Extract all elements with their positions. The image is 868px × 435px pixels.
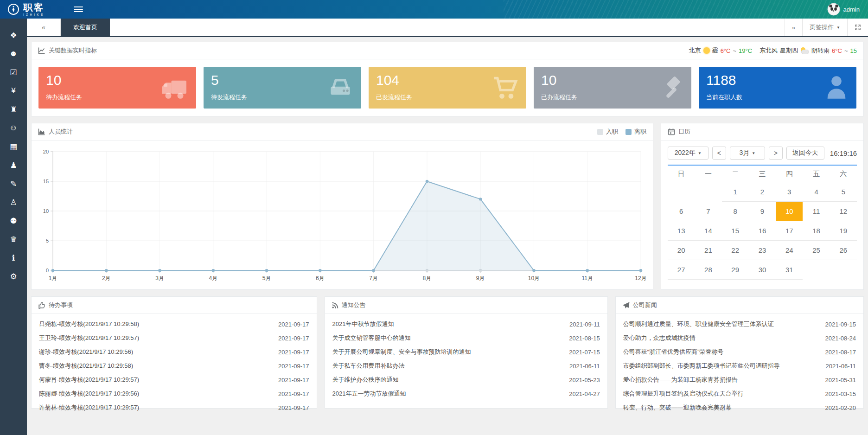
calendar-date[interactable]: 16 — [749, 221, 776, 241]
fullscreen-icon[interactable] — [847, 19, 868, 36]
kpi-card[interactable]: 10已办流程任务 — [534, 67, 691, 109]
month-select[interactable]: 3月▼ — [730, 147, 765, 160]
tabs-scroll-left-icon[interactable]: « — [27, 19, 61, 36]
info-icon[interactable]: ℹ — [0, 249, 27, 267]
calendar-date[interactable]: 13 — [668, 221, 695, 241]
kpi-card[interactable]: 104已发流程任务 — [369, 67, 526, 109]
todo-item[interactable]: 陈丽娜-绩效考核(2021/9/17 10:29:56)2021-09-17 — [39, 387, 309, 401]
calendar-date[interactable]: 29 — [722, 260, 749, 280]
calendar-date[interactable]: 12 — [830, 202, 857, 221]
approval-icon[interactable]: ☑ — [0, 63, 27, 82]
reward-icon[interactable]: ♛ — [0, 230, 27, 249]
calendar-date[interactable]: 17 — [776, 221, 803, 241]
news-item[interactable]: 转变、行动、突破——迎新晚会完美谢幕2021-02-20 — [623, 401, 856, 415]
training-icon[interactable]: ✎ — [0, 174, 27, 193]
salary-icon[interactable]: ¥ — [0, 82, 27, 100]
calendar-date[interactable]: 8 — [722, 202, 749, 221]
rss-icon — [332, 302, 338, 309]
news-list: 公司顺利通过质量、环境、职业健康安全管理三体系认证2021-09-15爱心助力，… — [616, 314, 863, 415]
area-chart-icon — [38, 128, 45, 135]
calendar-date[interactable]: 20 — [668, 241, 695, 260]
org-users-icon[interactable]: ☻ — [0, 45, 27, 63]
calendar-day-header: 三 — [749, 166, 776, 182]
notice-item[interactable]: 关于开展公司规章制度、安全与事故预防培训的通知2021-07-15 — [332, 345, 600, 359]
news-item[interactable]: 公司顺利通过质量、环境、职业健康安全管理三体系认证2021-09-15 — [623, 317, 856, 331]
kpi-card[interactable]: 1188当前在职人数 — [699, 67, 856, 109]
news-item-date: 2021-09-15 — [825, 321, 856, 328]
todo-item[interactable]: 许菊林-绩效考核(2021/9/17 10:29:57)2021-09-17 — [39, 401, 309, 415]
staff-chart: 051015201月2月3月4月5月6月7月8月9月10月11月12月 — [32, 141, 653, 286]
legend-item-left[interactable]: 离职 — [625, 128, 646, 136]
calendar-date[interactable]: 27 — [668, 260, 695, 280]
news-item[interactable]: 公司喜获“浙江省优秀供应商”荣誉称号2021-08-17 — [623, 345, 856, 359]
calendar-day-header: 五 — [803, 166, 830, 182]
notice-item[interactable]: 关于成立销管客服中心的通知2021-08-15 — [332, 331, 600, 345]
calendar-date[interactable]: 21 — [695, 241, 721, 260]
calendar-date[interactable]: 14 — [695, 221, 721, 241]
tab-home[interactable]: 欢迎首页 — [61, 19, 110, 36]
calendar-date[interactable]: 11 — [803, 202, 830, 221]
todo-item[interactable]: 曹冬-绩效考核(2021/9/17 10:29:58)2021-09-17 — [39, 359, 309, 373]
calendar-date[interactable]: 2 — [749, 182, 776, 202]
todo-item[interactable]: 王卫玲-绩效考核(2021/9/17 10:29:57)2021-09-17 — [39, 331, 309, 345]
todo-item-date: 2021-09-17 — [278, 335, 309, 342]
calendar-date[interactable]: 15 — [722, 221, 749, 241]
menu-toggle-icon[interactable] — [74, 5, 83, 13]
modules-icon[interactable]: ❖ — [0, 26, 27, 45]
kpi-card[interactable]: 5待发流程任务 — [204, 67, 361, 109]
notice-item-text: 关于开展公司规章制度、安全与事故预防培训的通知 — [332, 348, 471, 356]
calendar-date[interactable]: 25 — [803, 241, 830, 260]
legend-swatch-hired — [597, 129, 603, 135]
settings-icon[interactable]: ⚙ — [0, 267, 27, 286]
prev-month-button[interactable]: < — [712, 147, 726, 160]
calendar-grid: 日一二三四五六123456789101112131415161718192021… — [668, 165, 857, 280]
news-item[interactable]: 爱心助力，众志成城抗疫情2021-08-24 — [623, 331, 856, 345]
tab-operations-dropdown[interactable]: 页签操作▼ — [802, 19, 847, 36]
news-item[interactable]: 爱心捐款公告——为装卸工杨家青募捐报告2021-05-31 — [623, 373, 856, 387]
tabs-scroll-right-icon[interactable]: » — [785, 19, 802, 36]
legend-item-hired[interactable]: 入职 — [597, 128, 618, 136]
news-item[interactable]: 市委组织部副部长、市委两新工委项书记莅临公司调研指导2021-06-11 — [623, 359, 856, 373]
calendar-date[interactable]: 5 — [830, 182, 857, 202]
calendar-date[interactable]: 10 — [776, 202, 803, 221]
kpi-card[interactable]: 10待办流程任务 — [38, 67, 196, 109]
next-month-button[interactable]: > — [769, 147, 783, 160]
caret-down-icon: ▼ — [752, 151, 755, 155]
news-item-date: 2021-03-15 — [825, 390, 856, 397]
calendar-date[interactable]: 22 — [722, 241, 749, 260]
profile-icon[interactable]: ⚉ — [0, 211, 27, 230]
todo-item[interactable]: 何蒙肖-绩效考核(2021/9/17 10:29:57)2021-09-17 — [39, 373, 309, 387]
notice-item[interactable]: 2021年五一劳动节放假通知2021-04-27 — [332, 387, 600, 401]
calendar-date[interactable]: 28 — [695, 260, 721, 280]
calendar-date[interactable]: 7 — [695, 202, 721, 221]
calendar-date[interactable]: 26 — [830, 241, 857, 260]
calendar-date[interactable]: 1 — [722, 182, 749, 202]
notice-list: 2021年中秋节放假通知2021-09-11关于成立销管客服中心的通知2021-… — [325, 314, 607, 401]
notice-item[interactable]: 2021年中秋节放假通知2021-09-11 — [332, 317, 600, 331]
calendar-date[interactable]: 6 — [668, 202, 695, 221]
calendar-date[interactable]: 30 — [749, 260, 776, 280]
calendar-date[interactable]: 9 — [749, 202, 776, 221]
growth-icon[interactable]: ♙ — [0, 193, 27, 211]
bank-icon[interactable]: ♜ — [0, 100, 27, 119]
user-menu[interactable]: admin — [827, 3, 868, 16]
calendar-date[interactable]: 18 — [803, 221, 830, 241]
members-icon[interactable]: ☺ — [0, 119, 27, 137]
tab-bar: « 欢迎首页 » 页签操作▼ — [27, 19, 868, 37]
calendar-date[interactable]: 31 — [776, 260, 803, 280]
briefcase-icon[interactable]: ▦ — [0, 137, 27, 156]
todo-item[interactable]: 谢珍-绩效考核(2021/9/17 10:29:56)2021-09-17 — [39, 345, 309, 359]
todo-item[interactable]: 吕尧栋-绩效考核(2021/9/17 10:29:58)2021-09-17 — [39, 317, 309, 331]
year-select[interactable]: 2022年▼ — [668, 147, 708, 160]
news-item[interactable]: 综合管理提升项目签约及启动仪式在天台举行2021-03-15 — [623, 387, 856, 401]
calendar-date[interactable]: 24 — [776, 241, 803, 260]
notice-item[interactable]: 关于私车公用费用补贴办法2021-06-11 — [332, 359, 600, 373]
calendar-date[interactable]: 4 — [803, 182, 830, 202]
calendar-date[interactable]: 19 — [830, 221, 857, 241]
app-logo[interactable]: 职客 IZHIKE — [0, 3, 45, 16]
recruit-icon[interactable]: ♟ — [0, 156, 27, 174]
calendar-date[interactable]: 3 — [776, 182, 803, 202]
calendar-date[interactable]: 23 — [749, 241, 776, 260]
back-to-today-button[interactable]: 返回今天 — [786, 147, 824, 160]
notice-item[interactable]: 关于维护办公秩序的通知2021-05-23 — [332, 373, 600, 387]
